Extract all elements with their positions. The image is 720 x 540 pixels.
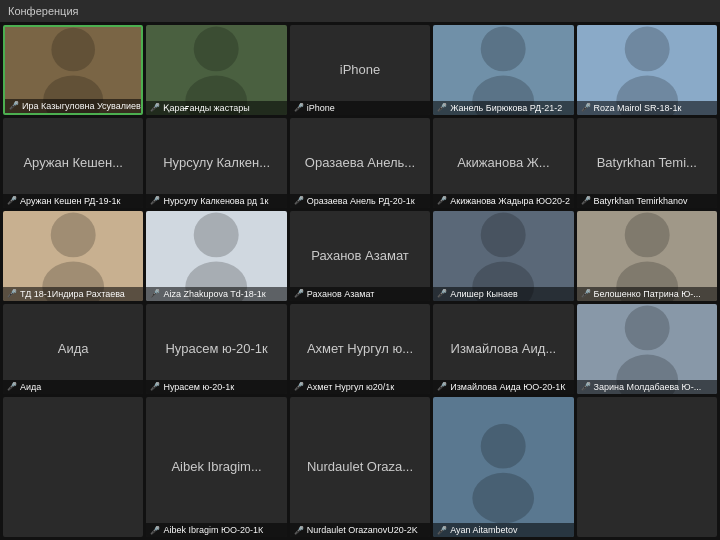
video-cell-12[interactable]: 🎤Aiza Zhakupova Td-18-1к: [146, 211, 286, 301]
svg-point-16: [624, 305, 669, 350]
name-label-24: Ayan Aitambetov: [450, 525, 517, 535]
name-label-6: Аружан Кешен РД-19-1к: [20, 196, 120, 206]
name-label-18: Ахмет Нургул ю20/1к: [307, 382, 394, 392]
mic-icon: 🎤: [581, 196, 591, 205]
title-text: Конференция: [8, 5, 78, 17]
name-bar-4: 🎤Жанель Бирюкова РД-21-2: [433, 101, 573, 115]
video-cell-13[interactable]: Раханов Азамат🎤Раханов Азамат: [290, 211, 430, 301]
name-bar-9: 🎤Акижанова Жадыра ЮО20-2: [433, 194, 573, 208]
video-cell-20[interactable]: 🎤Зарина Молдабаева Ю-...: [577, 304, 717, 394]
cell-display-name-18: Ахмет Нургул ю...: [303, 337, 417, 360]
video-cell-18[interactable]: Ахмет Нургул ю...🎤Ахмет Нургул ю20/1к: [290, 304, 430, 394]
name-bar-23: 🎤Nurdaulet OrazanovU20-2K: [290, 523, 430, 537]
name-label-15: Белошенко Патрина Ю-...: [594, 289, 701, 299]
mic-icon: 🎤: [437, 196, 447, 205]
video-cell-23[interactable]: Nurdaulet Oraza...🎤Nurdaulet OrazanovU20…: [290, 397, 430, 537]
name-label-23: Nurdaulet OrazanovU20-2K: [307, 525, 418, 535]
video-cell-21[interactable]: [3, 397, 143, 537]
name-bar-20: 🎤Зарина Молдабаева Ю-...: [577, 380, 717, 394]
video-cell-11[interactable]: 🎤ТД 18-1Индира Рахтаева: [3, 211, 143, 301]
video-cell-10[interactable]: Batyrkhan Temi...🎤Batyrkhan Temirkhanov: [577, 118, 717, 208]
name-label-1: Ира Казыгуловна Усувалиева: [22, 101, 141, 111]
svg-point-19: [473, 472, 535, 523]
svg-point-2: [194, 26, 239, 71]
name-label-20: Зарина Молдабаева Ю-...: [594, 382, 702, 392]
name-bar-18: 🎤Ахмет Нургул ю20/1к: [290, 380, 430, 394]
cell-display-name-13: Раханов Азамат: [307, 244, 413, 267]
name-bar-3: 🎤iPhone: [290, 101, 430, 115]
svg-point-6: [624, 26, 669, 71]
cell-display-name-8: Оразаева Анель...: [301, 151, 419, 174]
cell-display-name-23: Nurdaulet Oraza...: [303, 455, 417, 478]
mic-icon: 🎤: [150, 103, 160, 112]
name-label-7: Нурсулу Калкенова рд 1к: [163, 196, 268, 206]
mic-icon: 🎤: [9, 101, 19, 110]
name-bar-11: 🎤ТД 18-1Индира Рахтаева: [3, 287, 143, 301]
video-cell-16[interactable]: Аида🎤Аида: [3, 304, 143, 394]
name-bar-15: 🎤Белошенко Патрина Ю-...: [577, 287, 717, 301]
video-cell-1[interactable]: 🎤Ира Казыгуловна Усувалиева: [3, 25, 143, 115]
cell-display-name-7: Нурсулу Калкен...: [159, 151, 274, 174]
title-bar: Конференция: [0, 0, 720, 22]
video-cell-24[interactable]: 🎤Ayan Aitambetov: [433, 397, 573, 537]
mic-icon: 🎤: [437, 382, 447, 391]
name-label-8: Оразаева Анель РД-20-1к: [307, 196, 415, 206]
svg-point-18: [481, 423, 526, 468]
name-bar-7: 🎤Нурсулу Калкенова рд 1к: [146, 194, 286, 208]
cell-display-name-19: Измайлова Аид...: [447, 337, 561, 360]
video-cell-17[interactable]: Нурасем ю-20-1к🎤Нурасем ю-20-1к: [146, 304, 286, 394]
mic-icon: 🎤: [437, 289, 447, 298]
person-figure: [433, 397, 573, 537]
cell-display-name-10: Batyrkhan Temi...: [593, 151, 701, 174]
name-bar-17: 🎤Нурасем ю-20-1к: [146, 380, 286, 394]
cell-display-name-6: Аружан Кешен...: [19, 151, 127, 174]
svg-point-12: [481, 212, 526, 257]
mic-icon: 🎤: [150, 382, 160, 391]
name-label-22: Aibek Ibragim ЮО-20-1К: [163, 525, 263, 535]
svg-point-8: [51, 212, 96, 257]
video-cell-3[interactable]: iPhone🎤iPhone: [290, 25, 430, 115]
name-bar-14: 🎤Алишер Кынаев: [433, 287, 573, 301]
name-bar-19: 🎤Измайлова Аида ЮО-20-1К: [433, 380, 573, 394]
name-bar-22: 🎤Aibek Ibragim ЮО-20-1К: [146, 523, 286, 537]
name-bar-13: 🎤Раханов Азамат: [290, 287, 430, 301]
name-bar-8: 🎤Оразаева Анель РД-20-1к: [290, 194, 430, 208]
video-cell-6[interactable]: Аружан Кешен...🎤Аружан Кешен РД-19-1к: [3, 118, 143, 208]
name-label-17: Нурасем ю-20-1к: [163, 382, 234, 392]
name-label-13: Раханов Азамат: [307, 289, 375, 299]
name-label-5: Roza Mairol SR-18-1к: [594, 103, 682, 113]
svg-point-10: [194, 212, 239, 257]
mic-icon: 🎤: [294, 196, 304, 205]
mic-icon: 🎤: [150, 526, 160, 535]
video-cell-25[interactable]: [577, 397, 717, 537]
mic-icon: 🎤: [581, 382, 591, 391]
svg-point-0: [51, 28, 95, 72]
video-cell-4[interactable]: 🎤Жанель Бирюкова РД-21-2: [433, 25, 573, 115]
name-bar-16: 🎤Аида: [3, 380, 143, 394]
mic-icon: 🎤: [7, 196, 17, 205]
name-label-14: Алишер Кынаев: [450, 289, 518, 299]
svg-point-4: [481, 26, 526, 71]
video-grid: 🎤Ира Казыгуловна Усувалиева🎤Қарағанды жа…: [0, 22, 720, 540]
video-cell-22[interactable]: Aibek Ibragim...🎤Aibek Ibragim ЮО-20-1К: [146, 397, 286, 537]
video-cell-19[interactable]: Измайлова Аид...🎤Измайлова Аида ЮО-20-1К: [433, 304, 573, 394]
video-cell-9[interactable]: Акижанова Ж...🎤Акижанова Жадыра ЮО20-2: [433, 118, 573, 208]
video-cell-14[interactable]: 🎤Алишер Кынаев: [433, 211, 573, 301]
mic-icon: 🎤: [7, 289, 17, 298]
name-bar-5: 🎤Roza Mairol SR-18-1к: [577, 101, 717, 115]
name-label-11: ТД 18-1Индира Рахтаева: [20, 289, 125, 299]
mic-icon: 🎤: [7, 382, 17, 391]
mic-icon: 🎤: [294, 103, 304, 112]
video-cell-2[interactable]: 🎤Қарағанды жастары: [146, 25, 286, 115]
video-cell-7[interactable]: Нурсулу Калкен...🎤Нурсулу Калкенова рд 1…: [146, 118, 286, 208]
video-cell-5[interactable]: 🎤Roza Mairol SR-18-1к: [577, 25, 717, 115]
mic-icon: 🎤: [437, 526, 447, 535]
mic-icon: 🎤: [294, 382, 304, 391]
video-cell-8[interactable]: Оразаева Анель...🎤Оразаева Анель РД-20-1…: [290, 118, 430, 208]
mic-icon: 🎤: [150, 289, 160, 298]
name-bar-10: 🎤Batyrkhan Temirkhanov: [577, 194, 717, 208]
name-label-10: Batyrkhan Temirkhanov: [594, 196, 688, 206]
cell-display-name-16: Аида: [54, 337, 93, 360]
name-label-9: Акижанова Жадыра ЮО20-2: [450, 196, 570, 206]
video-cell-15[interactable]: 🎤Белошенко Патрина Ю-...: [577, 211, 717, 301]
